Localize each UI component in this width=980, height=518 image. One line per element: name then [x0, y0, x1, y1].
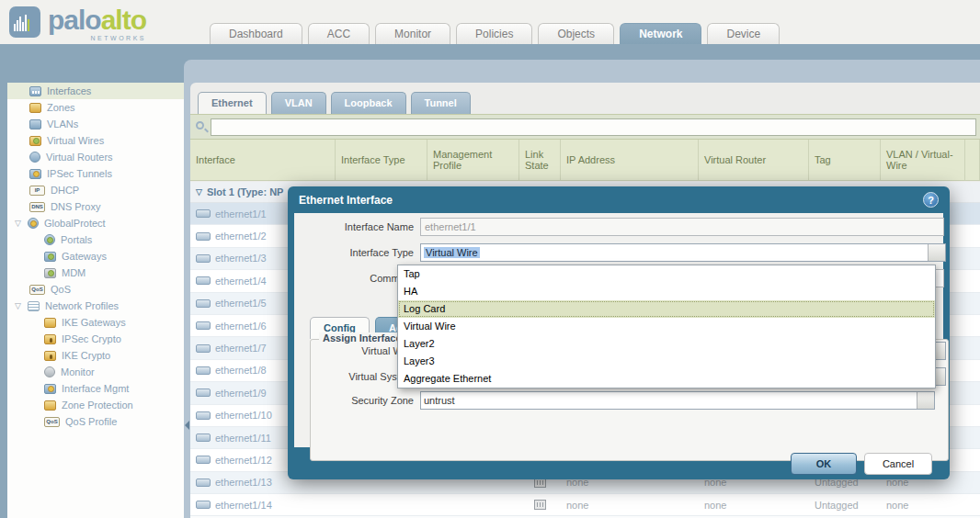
cancel-button[interactable]: Cancel — [864, 453, 932, 475]
interface-name[interactable]: ethernet1/12 — [215, 455, 272, 466]
search-icon — [196, 121, 204, 130]
security-zone-select[interactable]: untrust — [420, 391, 935, 410]
tab-network[interactable]: Network — [620, 23, 701, 44]
table-row[interactable]: ethernet1/14 none none Untagged none — [190, 494, 980, 516]
expander-icon[interactable]: ▽ — [15, 219, 28, 228]
interface-name[interactable]: ethernet1/6 — [215, 321, 267, 332]
qos-profile-icon: QoS — [44, 417, 60, 427]
sidebar-item-qos[interactable]: QoS QoS — [7, 281, 184, 298]
col-interface[interactable]: Interface — [190, 140, 336, 180]
subtab-ethernet[interactable]: Ethernet — [198, 92, 267, 114]
dropdown-option-virtual-wire[interactable]: Virtual Wire — [398, 318, 935, 335]
logo-text-alto: alto — [101, 5, 146, 35]
dropdown-option-tap[interactable]: Tap — [398, 265, 935, 283]
ethernet-port-icon — [196, 321, 211, 330]
ethernet-port-icon — [196, 209, 211, 218]
sidebar-item-ike-gateways[interactable]: IKE Gateways — [7, 314, 184, 331]
interface-name[interactable]: ethernet1/13 — [215, 477, 272, 488]
tab-policies[interactable]: Policies — [456, 23, 532, 44]
col-link-state[interactable]: Link State — [519, 140, 561, 180]
collapse-group-icon[interactable]: ▽ — [196, 187, 202, 197]
col-tag[interactable]: Tag — [809, 140, 881, 180]
col-virtual-router[interactable]: Virtual Router — [699, 140, 809, 180]
interface-name[interactable]: ethernet1/14 — [215, 500, 272, 511]
table-header: Interface Interface Type Management Prof… — [190, 140, 980, 181]
interface-name[interactable]: ethernet1/4 — [215, 276, 267, 287]
sidebar-item-label: DHCP — [51, 185, 79, 196]
dropdown-option-ha[interactable]: HA — [398, 283, 935, 300]
sidebar-item-label: Virtual Routers — [46, 152, 113, 163]
sidebar-item-label: Zone Protection — [62, 400, 133, 411]
interface-name[interactable]: ethernet1/7 — [215, 343, 267, 354]
zones-icon — [29, 103, 41, 113]
col-mgmt-profile[interactable]: Management Profile — [427, 140, 519, 180]
sidebar-item-ike-crypto[interactable]: IKE Crypto — [7, 347, 184, 364]
zone-protection-icon — [44, 400, 56, 411]
dropdown-option-layer2[interactable]: Layer2 — [398, 335, 935, 353]
tab-device[interactable]: Device — [707, 23, 780, 44]
sidebar-item-label: Network Profiles — [45, 300, 119, 311]
expander-icon[interactable]: ▽ — [15, 301, 28, 310]
sidebar-item-zones[interactable]: Zones — [7, 99, 184, 116]
sidebar-item-mdm[interactable]: MDM — [7, 265, 184, 281]
ok-button[interactable]: OK — [791, 453, 857, 475]
tab-monitor[interactable]: Monitor — [375, 23, 450, 44]
sidebar-item-gateways[interactable]: Gateways — [7, 248, 184, 265]
sidebar-item-virtual-routers[interactable]: Virtual Routers — [7, 149, 184, 165]
sidebar-item-vlans[interactable]: VLANs — [7, 116, 184, 132]
sidebar-item-dhcp[interactable]: IP DHCP — [7, 182, 184, 198]
interface-name[interactable]: ethernet1/3 — [215, 253, 267, 264]
portals-icon — [44, 234, 55, 245]
sidebar-item-ipsec-tunnels[interactable]: IPSec Tunnels — [7, 165, 184, 182]
mdm-icon — [44, 268, 56, 278]
interface-name[interactable]: ethernet1/5 — [215, 298, 267, 309]
interface-name[interactable]: ethernet1/9 — [215, 388, 267, 399]
ike-crypto-icon — [44, 351, 56, 361]
sidebar-item-monitor[interactable]: Monitor — [7, 364, 184, 380]
interface-name[interactable]: ethernet1/11 — [215, 433, 271, 444]
dropdown-option-log-card[interactable]: Log Card — [398, 300, 935, 318]
sidebar-item-dns-proxy[interactable]: DNS DNS Proxy — [7, 198, 184, 215]
subtab-tunnel[interactable]: Tunnel — [411, 92, 471, 114]
dropdown-option-aggregate-ethernet[interactable]: Aggregate Ethernet — [398, 370, 935, 388]
sidebar-item-qos-profile[interactable]: QoS QoS Profile — [7, 413, 184, 430]
sidebar-item-ipsec-crypto[interactable]: IPSec Crypto — [7, 331, 184, 347]
sidebar-item-label: QoS — [51, 284, 71, 295]
tab-acc[interactable]: ACC — [308, 23, 370, 44]
search-input[interactable] — [211, 118, 976, 136]
sidebar-item-globalprotect[interactable]: ▽ GlobalProtect — [7, 215, 184, 231]
tab-objects[interactable]: Objects — [538, 23, 614, 44]
sidebar-item-portals[interactable]: Portals — [7, 231, 184, 248]
interface-name-input[interactable] — [420, 218, 944, 236]
subtab-loopback[interactable]: Loopback — [331, 92, 406, 114]
sidebar-item-interfaces[interactable]: Interfaces — [7, 83, 184, 99]
ethernet-port-icon — [196, 276, 211, 285]
interface-name[interactable]: ethernet1/1 — [215, 208, 267, 220]
sidebar-item-network-profiles[interactable]: ▽ Network Profiles — [7, 298, 184, 314]
logo-text-palo: palo — [48, 5, 101, 35]
sidebar-item-interface-mgmt[interactable]: Interface Mgmt — [7, 380, 184, 397]
interface-type-dropdown-list: Tap HA Log Card Virtual Wire Layer2 Laye… — [397, 265, 936, 388]
interface-name[interactable]: ethernet1/8 — [215, 365, 267, 376]
col-vlan-vwire[interactable]: VLAN / Virtual-Wire — [881, 140, 965, 180]
collapse-sidebar-icon[interactable] — [185, 421, 189, 430]
sidebar-item-label: IPSec Tunnels — [47, 168, 112, 179]
filter-bar — [190, 114, 980, 140]
dropdown-option-layer3[interactable]: Layer3 — [398, 353, 935, 370]
interface-name[interactable]: ethernet1/10 — [215, 410, 272, 421]
chevron-down-icon[interactable] — [928, 244, 945, 261]
tab-dashboard[interactable]: Dashboard — [210, 23, 302, 44]
interface-name[interactable]: ethernet1/2 — [215, 231, 267, 242]
sidebar-item-label: GlobalProtect — [44, 218, 106, 229]
sidebar-item-zone-protection[interactable]: Zone Protection — [7, 397, 184, 413]
sidebar-item-virtual-wires[interactable]: Virtual Wires — [7, 132, 184, 149]
col-interface-type[interactable]: Interface Type — [336, 140, 427, 180]
ike-gateways-icon — [44, 318, 56, 328]
slot-group-label: Slot 1 (Type: NP — [207, 186, 284, 197]
chevron-down-icon[interactable] — [917, 392, 934, 409]
interface-type-select[interactable]: Virtual Wire — [420, 243, 946, 262]
subtab-vlan[interactable]: VLAN — [271, 92, 326, 114]
help-icon[interactable]: ? — [923, 192, 939, 208]
sidebar-splitter[interactable] — [184, 83, 190, 518]
col-ip-address[interactable]: IP Address — [561, 140, 699, 180]
